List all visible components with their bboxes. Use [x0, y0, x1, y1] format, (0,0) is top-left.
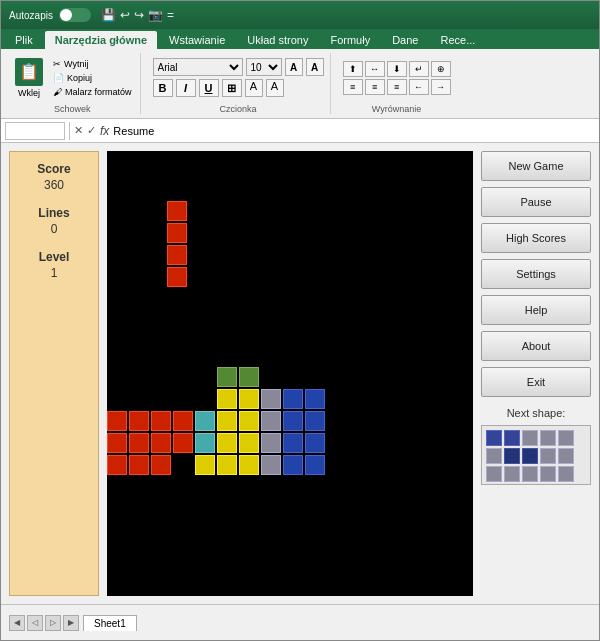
title-icons: 💾 ↩ ↪ 📷 = [101, 8, 174, 22]
block [305, 389, 325, 409]
tab-narzedzia[interactable]: Narzędzia główne [45, 31, 157, 49]
next-block [522, 466, 538, 482]
ribbon: Plik Narzędzia główne Wstawianie Układ s… [1, 29, 599, 119]
bold-btn[interactable]: B [153, 79, 173, 97]
confirm-formula-icon[interactable]: ✓ [87, 124, 96, 137]
more-icon[interactable]: = [167, 8, 174, 22]
align-top-btn[interactable]: ⬆ [343, 61, 363, 77]
nav-left-arrow[interactable]: ◀ [9, 615, 25, 631]
tab-wstawianie[interactable]: Wstawianie [159, 31, 235, 49]
high-scores-button[interactable]: High Scores [481, 223, 591, 253]
undo-icon[interactable]: ↩ [120, 8, 130, 22]
block [217, 389, 237, 409]
right-align-btn[interactable]: ≡ [387, 79, 407, 95]
italic-btn[interactable]: I [176, 79, 196, 97]
block [107, 411, 127, 431]
ribbon-content: 📋 Wklej ✂ Wytnij 📄 Kopiuj 🖌 [1, 49, 599, 119]
left-align-btn[interactable]: ≡ [343, 79, 363, 95]
block [239, 455, 259, 475]
next-block [540, 430, 556, 446]
sheet-tab[interactable]: Sheet1 [83, 615, 137, 631]
next-block [558, 448, 574, 464]
formula-bar: ✕ ✓ fx [1, 119, 599, 143]
align-row2: ≡ ≡ ≡ ← → [343, 79, 451, 95]
about-button[interactable]: About [481, 331, 591, 361]
wrap-text-btn[interactable]: ↵ [409, 61, 429, 77]
block [283, 389, 303, 409]
block [107, 433, 127, 453]
block [261, 389, 281, 409]
fx-icon[interactable]: fx [100, 124, 109, 138]
copy-icon: 📄 [53, 73, 64, 83]
block [217, 411, 237, 431]
tab-formuly[interactable]: Formuły [320, 31, 380, 49]
redo-icon[interactable]: ↪ [134, 8, 144, 22]
block [217, 367, 237, 387]
align-middle-btn[interactable]: ↔ [365, 61, 385, 77]
score-item: Score 360 [37, 162, 70, 192]
nav-right-arrow[interactable]: ▶ [63, 615, 79, 631]
small-clipboard-btns: ✂ Wytnij 📄 Kopiuj 🖌 Malarz formatów [51, 58, 134, 98]
copy-button[interactable]: 📄 Kopiuj [51, 72, 134, 84]
paste-button[interactable]: 📋 Wklej [11, 56, 47, 100]
schowek-label: Schowek [54, 102, 91, 114]
next-block [504, 430, 520, 446]
next-block [486, 448, 502, 464]
wyrownanie-group: ⬆ ↔ ⬇ ↵ ⊕ ≡ ≡ ≡ ← → [337, 53, 457, 114]
scissors-icon: ✂ [53, 59, 61, 69]
block [305, 411, 325, 431]
exit-button[interactable]: Exit [481, 367, 591, 397]
pause-button[interactable]: Pause [481, 187, 591, 217]
block [261, 433, 281, 453]
underline-btn[interactable]: U [199, 79, 219, 97]
align-controls: ⬆ ↔ ⬇ ↵ ⊕ ≡ ≡ ≡ ← → [343, 61, 451, 95]
decrease-indent-btn[interactable]: ← [409, 79, 429, 95]
block [167, 267, 187, 287]
font-color-btn[interactable]: A [266, 79, 284, 97]
nav-next-arrow[interactable]: ▷ [45, 615, 61, 631]
cut-label: Wytnij [64, 59, 88, 69]
new-game-button[interactable]: New Game [481, 151, 591, 181]
nav-prev-arrow[interactable]: ◁ [27, 615, 43, 631]
font-family-select[interactable]: Arial [153, 58, 243, 76]
border-btn[interactable]: ⊞ [222, 79, 242, 97]
paste-label: Wklej [18, 88, 40, 98]
next-shape-label: Next shape: [481, 407, 591, 419]
font-size-select[interactable]: 10 [246, 58, 282, 76]
center-align-btn[interactable]: ≡ [365, 79, 385, 95]
autosave-toggle[interactable] [59, 8, 91, 22]
tab-plik[interactable]: Plik [5, 31, 43, 49]
tab-dane[interactable]: Dane [382, 31, 428, 49]
merge-btn[interactable]: ⊕ [431, 61, 451, 77]
lines-item: Lines 0 [38, 206, 69, 236]
decrease-font-btn[interactable]: A [306, 58, 324, 76]
czcionka-group-content: Arial 10 A A B I U ⊞ [153, 53, 324, 102]
next-block [558, 466, 574, 482]
score-label: Score [37, 162, 70, 176]
game-container: Score 360 Lines 0 Level 1 [1, 143, 599, 604]
help-button[interactable]: Help [481, 295, 591, 325]
next-block [486, 466, 502, 482]
save-icon[interactable]: 💾 [101, 8, 116, 22]
block [173, 433, 193, 453]
schowek-group-content: 📋 Wklej ✂ Wytnij 📄 Kopiuj 🖌 [11, 53, 134, 102]
formula-input[interactable] [113, 125, 595, 137]
fill-color-btn[interactable]: A [245, 79, 263, 97]
font-row1: Arial 10 A A [153, 58, 324, 76]
format-painter-label: Malarz formatów [65, 87, 132, 97]
increase-indent-btn[interactable]: → [431, 79, 451, 95]
cancel-formula-icon[interactable]: ✕ [74, 124, 83, 137]
tab-recenzja[interactable]: Rece... [430, 31, 485, 49]
increase-font-btn[interactable]: A [285, 58, 303, 76]
align-bottom-btn[interactable]: ⬇ [387, 61, 407, 77]
name-box[interactable] [5, 122, 65, 140]
paste-icon: 📋 [15, 58, 43, 86]
camera-icon[interactable]: 📷 [148, 8, 163, 22]
bottom-bar: ◀ ◁ ▷ ▶ Sheet1 [1, 604, 599, 640]
tab-uklad[interactable]: Układ strony [237, 31, 318, 49]
next-block [522, 430, 538, 446]
format-painter-button[interactable]: 🖌 Malarz formatów [51, 86, 134, 98]
cut-button[interactable]: ✂ Wytnij [51, 58, 134, 70]
settings-button[interactable]: Settings [481, 259, 591, 289]
block [217, 433, 237, 453]
